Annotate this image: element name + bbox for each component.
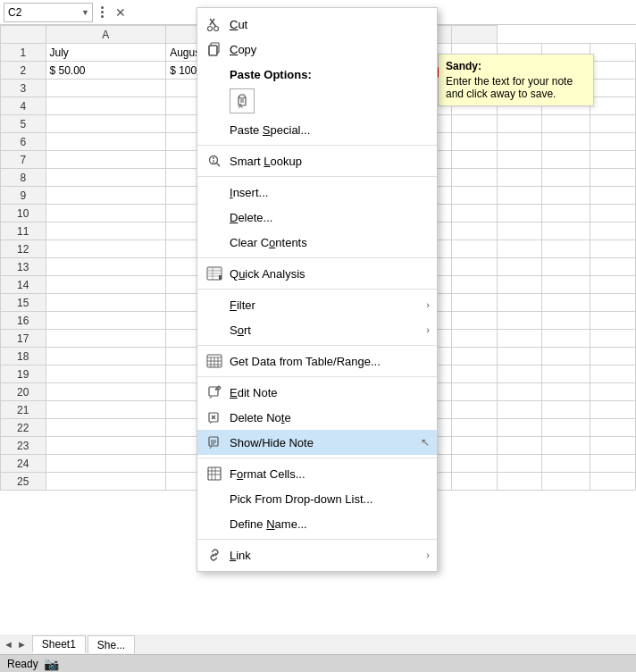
menu-item-clear-contents[interactable]: Clear Contents: [197, 230, 437, 255]
cell-r6-c6[interactable]: [497, 133, 542, 151]
cell-r16-c8[interactable]: [590, 312, 636, 330]
cell-r17-c7[interactable]: [542, 330, 590, 348]
cell-r13-c1[interactable]: [46, 258, 166, 276]
cell-r18-c6[interactable]: [497, 348, 542, 365]
cell-r16-c6[interactable]: [497, 312, 542, 330]
cell-r24-c6[interactable]: [497, 455, 542, 473]
cell-r2-c8[interactable]: [590, 62, 636, 80]
col-header-A[interactable]: A: [46, 26, 166, 44]
cell-r17-c5[interactable]: [452, 330, 498, 348]
menu-item-delete-note[interactable]: Delete Note: [197, 405, 437, 430]
cell-r5-c5[interactable]: [452, 115, 498, 133]
cell-r18-c1[interactable]: [46, 348, 166, 365]
paste-btn-default[interactable]: A: [230, 88, 255, 113]
cell-r25-c1[interactable]: [46, 473, 166, 491]
cell-r25-c8[interactable]: [590, 473, 636, 491]
cell-r15-c5[interactable]: [452, 294, 498, 312]
cell-r8-c6[interactable]: [497, 169, 542, 187]
cell-r22-c8[interactable]: [590, 419, 636, 437]
cell-r12-c5[interactable]: [452, 240, 498, 258]
menu-item-get-data[interactable]: Get Data from Table/Range...: [197, 349, 437, 374]
menu-item-copy[interactable]: Copy: [197, 37, 437, 62]
cell-r15-c7[interactable]: [542, 294, 590, 312]
menu-item-show-hide-note[interactable]: Show/Hide Note ↖: [197, 430, 437, 455]
cell-r21-c1[interactable]: [46, 401, 166, 419]
menu-item-sort[interactable]: Sort ›: [197, 317, 437, 342]
cell-r12-c6[interactable]: [497, 240, 542, 258]
cell-r11-c5[interactable]: [452, 223, 498, 240]
cell-r16-c1[interactable]: [46, 312, 166, 330]
cell-r4-c8[interactable]: [590, 97, 636, 115]
cell-r24-c7[interactable]: [542, 455, 590, 473]
cell-r13-c7[interactable]: [542, 258, 590, 276]
menu-item-format-cells[interactable]: Format Cells...: [197, 461, 437, 486]
cell-r24-c5[interactable]: [452, 455, 498, 473]
cell-r20-c1[interactable]: [46, 383, 166, 401]
cell-r7-c8[interactable]: [590, 151, 636, 169]
cell-r22-c1[interactable]: [46, 419, 166, 437]
cell-r9-c1[interactable]: [46, 187, 166, 205]
cell-r19-c6[interactable]: [497, 365, 542, 383]
cell-r23-c1[interactable]: [46, 437, 166, 455]
cell-r25-c5[interactable]: [452, 473, 498, 491]
cell-r12-c7[interactable]: [542, 240, 590, 258]
cell-r10-c5[interactable]: [452, 205, 498, 223]
sheet-tab-she[interactable]: She...: [88, 635, 135, 653]
col-header-E[interactable]: [452, 26, 498, 44]
cell-r10-c6[interactable]: [497, 205, 542, 223]
cell-r14-c1[interactable]: [46, 276, 166, 294]
cell-r14-c6[interactable]: [497, 276, 542, 294]
cell-r24-c1[interactable]: [46, 455, 166, 473]
cell-r14-c8[interactable]: [590, 276, 636, 294]
cell-r7-c7[interactable]: [542, 151, 590, 169]
cell-r7-c1[interactable]: [46, 151, 166, 169]
cell-r23-c6[interactable]: [497, 437, 542, 455]
cell-r7-c6[interactable]: [497, 151, 542, 169]
cell-r18-c8[interactable]: [590, 348, 636, 365]
cell-r4-c1[interactable]: [46, 97, 166, 115]
cell-r5-c7[interactable]: [542, 115, 590, 133]
menu-item-edit-note[interactable]: Edit Note: [197, 380, 437, 405]
cell-r14-c5[interactable]: [452, 276, 498, 294]
menu-item-define-name[interactable]: Define Name...: [197, 511, 437, 536]
cell-r8-c8[interactable]: [590, 169, 636, 187]
menu-item-link[interactable]: Link ›: [197, 542, 437, 567]
menu-item-filter[interactable]: Filter ›: [197, 292, 437, 317]
cell-r21-c7[interactable]: [542, 401, 590, 419]
cell-r21-c8[interactable]: [590, 401, 636, 419]
cell-r22-c7[interactable]: [542, 419, 590, 437]
cell-r12-c8[interactable]: [590, 240, 636, 258]
cell-r6-c1[interactable]: [46, 133, 166, 151]
menu-item-pick-dropdown[interactable]: Pick From Drop-down List...: [197, 486, 437, 511]
cell-r23-c8[interactable]: [590, 437, 636, 455]
cell-r17-c8[interactable]: [590, 330, 636, 348]
cell-r20-c5[interactable]: [452, 383, 498, 401]
cell-r25-c6[interactable]: [497, 473, 542, 491]
cell-r11-c7[interactable]: [542, 223, 590, 240]
cell-r19-c5[interactable]: [452, 365, 498, 383]
formula-bar-close[interactable]: ✕: [111, 3, 130, 22]
cell-r18-c7[interactable]: [542, 348, 590, 365]
name-box[interactable]: C2 ▼: [4, 3, 93, 22]
cell-r23-c5[interactable]: [452, 437, 498, 455]
cell-r9-c6[interactable]: [497, 187, 542, 205]
cell-r20-c7[interactable]: [542, 383, 590, 401]
cell-r17-c1[interactable]: [46, 330, 166, 348]
cell-r12-c1[interactable]: [46, 240, 166, 258]
formula-bar-dots[interactable]: [95, 3, 109, 22]
cell-r2-c1[interactable]: $ 50.00: [46, 62, 166, 80]
scroll-right-btn[interactable]: ►: [17, 639, 27, 650]
cell-r15-c6[interactable]: [497, 294, 542, 312]
cell-r8-c7[interactable]: [542, 169, 590, 187]
menu-item-cut[interactable]: Cut: [197, 12, 437, 37]
cell-r16-c5[interactable]: [452, 312, 498, 330]
cell-r8-c5[interactable]: [452, 169, 498, 187]
cell-r13-c8[interactable]: [590, 258, 636, 276]
cell-r14-c7[interactable]: [542, 276, 590, 294]
cell-r20-c6[interactable]: [497, 383, 542, 401]
cell-r22-c5[interactable]: [452, 419, 498, 437]
sheet-tab-sheet1[interactable]: Sheet1: [32, 635, 86, 653]
cell-r6-c5[interactable]: [452, 133, 498, 151]
cell-r8-c1[interactable]: [46, 169, 166, 187]
cell-r22-c6[interactable]: [497, 419, 542, 437]
